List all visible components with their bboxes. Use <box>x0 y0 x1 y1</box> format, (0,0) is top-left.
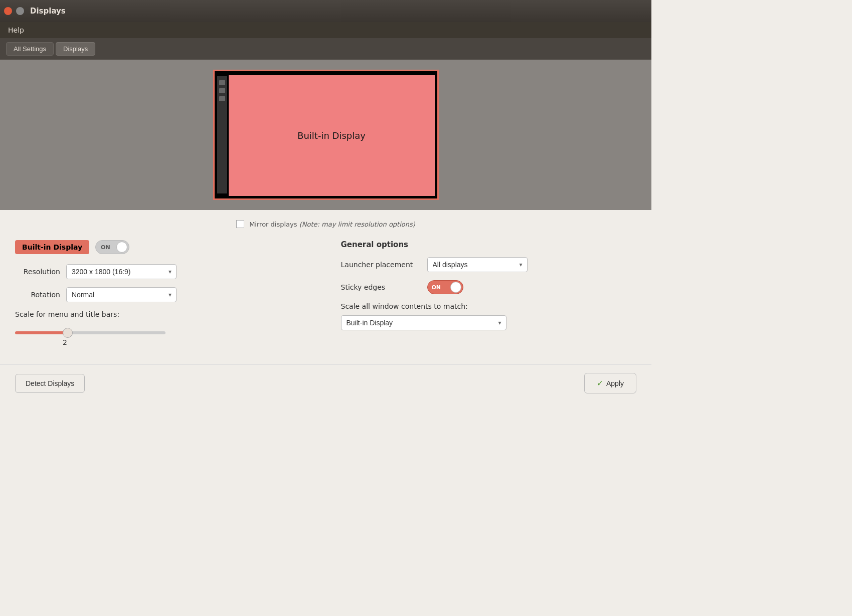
slider-container: 2 <box>15 323 311 346</box>
apply-button[interactable]: ✓ Apply <box>584 373 636 393</box>
settings-columns: Built-in Display ON Resolution 3200 x 18… <box>15 240 636 346</box>
launcher-select[interactable]: All displaysPrimary display only <box>427 257 528 272</box>
right-column: General options Launcher placement All d… <box>341 240 637 346</box>
apply-checkmark-icon: ✓ <box>597 378 603 388</box>
controls-area: Mirror displays (Note: may limit resolut… <box>0 210 651 356</box>
monitor-border: Built-in Display <box>213 70 439 200</box>
display-name-badge[interactable]: Built-in Display <box>15 240 89 254</box>
help-menu[interactable]: Help <box>6 25 26 35</box>
resolution-select[interactable]: 3200 x 1800 (16:9)2560 x 1440 (16:9)1920… <box>66 264 177 279</box>
display-selector-row: Built-in Display ON <box>15 240 311 254</box>
launcher-select-wrapper: All displaysPrimary display only <box>427 257 528 272</box>
minimize-button[interactable] <box>16 7 24 15</box>
slider-track[interactable] <box>15 331 165 334</box>
monitor-notch <box>217 76 227 193</box>
left-column: Built-in Display ON Resolution 3200 x 18… <box>15 240 311 346</box>
sticky-toggle-on-label: ON <box>432 284 441 291</box>
toolbar: All Settings Displays <box>0 38 651 60</box>
resolution-label: Resolution <box>15 268 60 276</box>
display-screen-label: Built-in Display <box>297 130 366 141</box>
display-preview-area: Built-in Display <box>0 60 651 210</box>
scale-label: Scale for menu and title bars: <box>15 310 311 318</box>
notch-dot <box>219 80 225 85</box>
window-title: Displays <box>30 7 66 16</box>
scale-all-label: Scale all window contents to match: <box>341 302 637 310</box>
display-monitor[interactable]: Built-in Display <box>213 70 439 200</box>
all-settings-button[interactable]: All Settings <box>6 42 54 56</box>
launcher-label: Launcher placement <box>341 261 421 269</box>
rotation-select[interactable]: Normal90°180°270° <box>66 287 177 302</box>
titlebar: Displays <box>0 0 651 22</box>
menubar: Help <box>0 22 651 38</box>
mirror-row: Mirror displays (Note: may limit resolut… <box>15 220 636 228</box>
resolution-select-wrapper: 3200 x 1800 (16:9)2560 x 1440 (16:9)1920… <box>66 264 177 279</box>
resolution-row: Resolution 3200 x 1800 (16:9)2560 x 1440… <box>15 264 311 279</box>
sticky-edges-label: Sticky edges <box>341 283 421 291</box>
slider-value: 2 <box>63 338 67 346</box>
bottom-bar: Detect Displays ✓ Apply <box>0 364 651 401</box>
display-toggle[interactable]: ON <box>95 240 129 254</box>
apply-label: Apply <box>606 379 624 387</box>
scale-all-select[interactable]: Built-in Display <box>341 315 506 330</box>
sticky-edges-row: Sticky edges ON <box>341 280 637 294</box>
scale-section: Scale for menu and title bars: 2 <box>15 310 311 346</box>
scale-all-section: Scale all window contents to match: Buil… <box>341 302 637 330</box>
close-button[interactable] <box>4 7 12 15</box>
main-content: Built-in Display Mirror displays (Note: … <box>0 60 651 401</box>
toggle-knob <box>116 242 127 253</box>
displays-button[interactable]: Displays <box>56 42 95 56</box>
display-screen: Built-in Display <box>229 75 435 196</box>
rotation-label: Rotation <box>15 291 60 299</box>
mirror-label: Mirror displays (Note: may limit resolut… <box>249 221 415 228</box>
detect-displays-button[interactable]: Detect Displays <box>15 374 85 393</box>
notch-dot <box>219 96 225 101</box>
scale-all-wrapper: Built-in Display <box>341 315 506 330</box>
rotation-select-wrapper: Normal90°180°270° <box>66 287 177 302</box>
launcher-row: Launcher placement All displaysPrimary d… <box>341 257 637 272</box>
slider-thumb[interactable] <box>63 328 73 338</box>
general-options-header: General options <box>341 240 637 249</box>
sticky-toggle-knob <box>450 282 461 293</box>
mirror-checkbox[interactable] <box>236 220 244 228</box>
rotation-row: Rotation Normal90°180°270° <box>15 287 311 302</box>
notch-dot <box>219 88 225 93</box>
sticky-edges-toggle[interactable]: ON <box>427 280 463 294</box>
toggle-on-label: ON <box>101 244 110 251</box>
